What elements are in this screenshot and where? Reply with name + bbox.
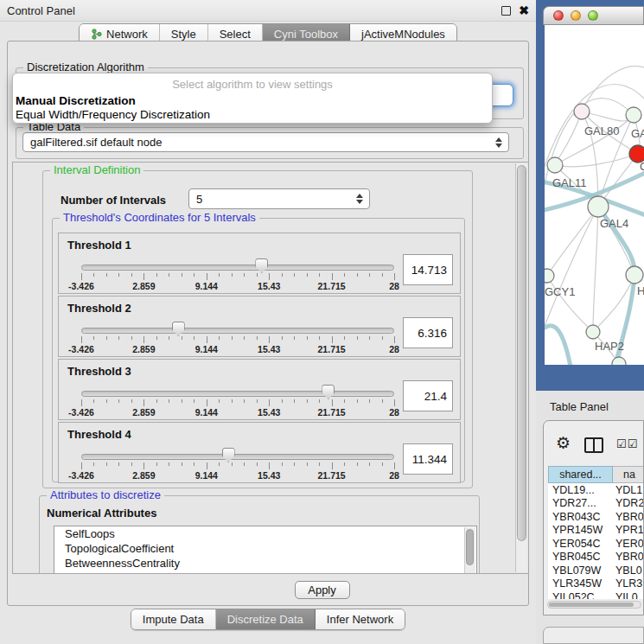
cell-shared-name: YER054C [548,538,613,550]
table-row[interactable]: YIL052CYIL0 [548,590,644,599]
cell-name: YIL0 [613,591,644,599]
close-traffic-light-icon[interactable] [553,10,564,21]
table-horizontal-scrollbar[interactable] [547,601,641,609]
cell-name: YPR1 [613,524,644,536]
network-node[interactable] [626,107,641,123]
table-row[interactable]: YLR345WYLR3 [548,577,644,591]
network-node-label: GA [631,127,644,140]
minimize-traffic-light-icon[interactable] [571,10,581,21]
threshold-value-field[interactable]: 6.316 [403,317,453,348]
settings-vertical-scrollbar[interactable] [515,163,527,572]
cell-name: YLR3 [613,577,644,590]
algorithm-option-list: Manual DiscretizationEqual Width/Frequen… [13,94,492,122]
network-node[interactable] [612,357,626,365]
gear-icon[interactable]: ⚙ [556,435,571,451]
tab-discretize-data[interactable]: Discretize Data [216,609,316,629]
float-icon[interactable] [501,6,511,16]
apply-button[interactable]: Apply [295,581,350,599]
network-node[interactable] [547,157,563,173]
slider-ticks [81,462,394,470]
threshold-row: Threshold 3-3.4262.8599.14415.4321.71528… [58,359,461,420]
network-node[interactable] [626,266,643,284]
close-icon[interactable]: ✖ [519,4,529,16]
table-header-shared-name[interactable]: shared... [548,466,613,483]
split-columns-icon[interactable] [584,437,603,453]
network-node-label: GAL11 [552,176,587,189]
network-window-titlebar[interactable] [543,6,644,25]
table-rows: YDL19...YDL1YDR27...YDR2YBR043CYBR0YPR14… [548,483,644,599]
threshold-row: Threshold 2-3.4262.8599.14415.4321.71528… [58,296,461,357]
algorithm-option[interactable]: Manual Discretization [13,94,492,108]
cell-shared-name: YDR27... [548,497,613,509]
attribute-item[interactable]: BetweennessCentrality [54,556,476,571]
threshold-slider-track[interactable] [81,265,394,271]
number-of-intervals-spinner[interactable]: 5 [188,188,370,209]
network-canvas[interactable]: GAL80GACGAL11GAL4GCY1HHAP2 [545,25,644,365]
table-row[interactable]: YPR145WYPR1 [548,524,644,538]
threshold-slider-thumb[interactable] [322,385,335,399]
threshold-label: Threshold 1 [67,239,131,252]
table-row[interactable]: YBR045CYBR0 [548,551,644,564]
attribute-item[interactable]: SelfLoops [54,526,476,541]
numerical-attributes-list[interactable]: SelfLoopsTopologicalCoefficientBetweenne… [54,526,477,574]
network-node[interactable] [545,269,554,283]
zoom-traffic-light-icon[interactable] [588,10,598,21]
table-row[interactable]: YBR043CYBR0 [548,510,644,524]
attribute-item[interactable]: TopologicalCoefficient [54,541,476,556]
threshold-slider-track[interactable] [81,454,394,460]
slider-ticks [81,399,394,407]
table-row[interactable]: YER054CYER0 [548,537,644,551]
algorithm-option[interactable]: Equal Width/Frequency Discretization [13,108,492,122]
network-node[interactable] [574,104,590,119]
threshold-slider-thumb[interactable] [255,258,268,273]
lower-subpanel [543,627,644,644]
network-node-label: C [640,160,644,173]
attributes-scrollbar[interactable] [464,527,475,574]
tab-label: Style [171,28,196,41]
tab-infer-network[interactable]: Infer Network [316,609,405,629]
cell-name: YER0 [613,538,644,550]
table-row[interactable]: YDR27...YDR2 [548,497,644,511]
table-panel: ⚙ ☑☑ shared... na YDL19...YDL1YDR27...YD… [543,420,644,615]
slider-tick-labels: -3.4262.8599.14415.4321.71528 [81,281,394,291]
threshold-label: Threshold 3 [67,365,131,378]
cell-name: YBL0 [613,564,644,577]
table-header: shared... na [548,466,644,483]
tab-impute-data[interactable]: Impute Data [131,609,216,629]
table-row[interactable]: YDL19...YDL1 [548,483,644,497]
slider-ticks [81,336,394,344]
threshold-slider-thumb[interactable] [222,448,235,462]
slider-tick-labels: -3.4262.8599.14415.4321.71528 [81,407,394,418]
network-node[interactable] [588,196,609,217]
table-row[interactable]: YBL079WYBL0 [548,564,644,577]
threshold-value-field[interactable]: 11.344 [403,443,453,475]
thresholds-group-label: Threshold's Coordinates for 5 Intervals [60,211,259,224]
number-of-intervals-value: 5 [196,193,202,206]
cell-name: YBR0 [613,511,644,523]
threshold-slider-thumb[interactable] [172,322,185,336]
threshold-slider-track[interactable] [81,391,394,397]
checkboxes-icon[interactable]: ☑☑ [616,437,638,450]
attributes-group-label: Attributes to discretize [47,488,164,501]
table-header-name[interactable]: na [613,466,644,483]
network-node[interactable] [586,325,600,339]
cell-shared-name: YBR043C [548,511,613,523]
discretization-algorithm-label: Discretization Algorithm [23,61,148,73]
threshold-row: Threshold 1-3.4262.8599.14415.4321.71528… [58,233,461,294]
numerical-attributes-label: Numerical Attributes [47,507,156,520]
cell-shared-name: YBR045C [548,551,613,563]
table-data-combobox[interactable]: galFiltered.sif default node [22,132,509,152]
tab-label: jActiveMNodules [361,28,445,41]
threshold-value-field[interactable]: 21.4 [403,380,453,411]
cell-name: YBR0 [613,551,644,563]
tab-label: Infer Network [327,613,393,626]
control-panel-titlebar: Control Panel ✖ [0,0,536,22]
network-edge [555,154,638,167]
cell-name: YDL1 [613,484,644,496]
threshold-slider-track[interactable] [81,328,394,334]
threshold-value-field[interactable]: 14.713 [403,254,453,285]
network-node-label: GAL4 [600,217,628,230]
table-panel-title: Table Panel [550,400,609,413]
threshold-label: Threshold 2 [67,302,131,315]
algorithm-placeholder: Select algorithm to view settings [13,73,492,94]
